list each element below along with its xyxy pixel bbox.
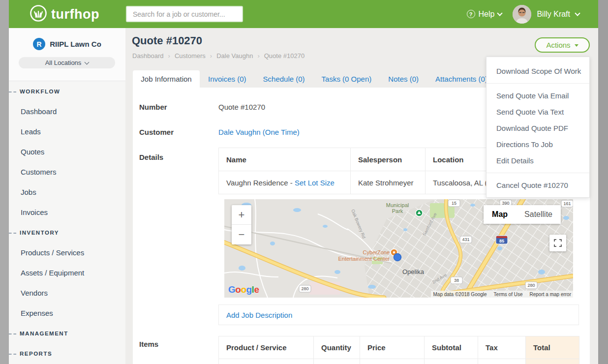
location-selector[interactable]: All Locations xyxy=(19,57,115,68)
tab-schedule[interactable]: Schedule (0) xyxy=(255,70,313,88)
customer-label: Customer xyxy=(139,128,174,136)
company-name: RIIPL Lawn Co xyxy=(50,40,101,48)
user-name: Billy Kraft xyxy=(537,10,570,19)
google-letter: g xyxy=(246,284,252,295)
company: R RIIPL Lawn Co xyxy=(9,38,125,50)
route-shield-38: 38 xyxy=(454,278,459,283)
city-label: Opelika xyxy=(402,268,425,275)
zoom-in-button[interactable]: + xyxy=(232,205,251,225)
details-col-salesperson: Salesperson xyxy=(351,148,426,171)
actions-button[interactable]: Actions xyxy=(535,37,590,53)
items-cell xyxy=(219,359,314,364)
breadcrumb-customer-name[interactable]: Dale Vaughn xyxy=(216,52,253,60)
tab-invoices[interactable]: Invoices (0) xyxy=(200,70,255,88)
sidebar-item-dashboard[interactable]: Dashboard xyxy=(9,101,125,121)
sidebar-item-assets-equipment[interactable]: Assets / Equipment xyxy=(9,263,125,283)
google-letter: e xyxy=(254,284,259,295)
sidebar-item-vendors[interactable]: Vendors xyxy=(9,283,125,303)
chevron-down-icon xyxy=(85,60,90,64)
menu-item-send-quote-via-email[interactable]: Send Quote Via Email xyxy=(486,88,589,104)
help-label: Help xyxy=(479,10,495,19)
sidebar-item-customers[interactable]: Customers xyxy=(9,162,125,182)
route-shield-161: 161 xyxy=(563,201,571,206)
items-cell xyxy=(314,359,360,364)
items-label: Items xyxy=(139,340,158,348)
scrollbar-track[interactable] xyxy=(598,0,608,364)
route-shield-280-east: 280 xyxy=(527,283,535,288)
user-menu[interactable]: Billy Kraft xyxy=(513,5,579,24)
breadcrumb: Dashboard › Customers › Dale Vaughn › Qu… xyxy=(132,52,304,60)
details-salesperson-cell: Kate Strohmeyer xyxy=(351,171,426,194)
sidebar-company-block: R RIIPL Lawn Co All Locations xyxy=(9,28,125,81)
items-cell xyxy=(425,359,478,364)
section-label: WORKFLOW xyxy=(20,89,60,94)
sidebar-item-invoices[interactable]: Invoices xyxy=(9,202,125,222)
menu-item-download-scope-of-work[interactable]: Download Scope Of Work xyxy=(486,63,589,79)
set-lot-size-link[interactable]: Set Lot Size xyxy=(295,179,334,187)
menu-item-send-quote-via-text[interactable]: Send Quote Via Text xyxy=(486,104,589,120)
breadcrumb-customers[interactable]: Customers xyxy=(175,52,206,60)
park-label-line1: Municipal xyxy=(386,202,409,208)
brand-logo[interactable]: turfhop xyxy=(30,4,99,24)
actions-menu: Download Scope Of Work Send Quote Via Em… xyxy=(486,57,590,198)
sidebar-item-quotes[interactable]: Quotes xyxy=(9,142,125,162)
items-col-price: Price xyxy=(360,336,425,359)
google-letter: G xyxy=(228,284,235,295)
search-input[interactable] xyxy=(126,6,243,22)
tab-attachments[interactable]: Attachments (0) xyxy=(427,70,496,88)
location-selector-label: All Locations xyxy=(45,59,82,66)
fullscreen-button[interactable] xyxy=(549,235,566,251)
tab-job-information[interactable]: Job Information xyxy=(133,70,200,88)
menu-item-directions-to-job[interactable]: Directions To Job xyxy=(486,136,589,152)
menu-item-download-quote-pdf[interactable]: Download Quote PDF xyxy=(486,120,589,136)
breadcrumb-dashboard[interactable]: Dashboard xyxy=(132,52,164,60)
park-label-line2: Park xyxy=(392,208,403,214)
sidebar-section-management[interactable]: MANAGEMENT xyxy=(9,323,125,343)
sidebar-item-expenses[interactable]: Expenses xyxy=(9,303,125,323)
sidebar-section-reports[interactable]: REPORTS xyxy=(9,343,125,364)
poi-label-line1: CyberZone xyxy=(363,249,390,255)
terms-of-use-link[interactable]: Terms of Use xyxy=(494,292,523,297)
page-title: Quote #10270 xyxy=(132,34,202,47)
customer-link[interactable]: Dale Vaughn (One Time) xyxy=(218,128,300,136)
map-type-map-button[interactable]: Map xyxy=(484,210,516,219)
breadcrumb-current: Quote #10270 xyxy=(264,52,304,60)
main-content: Quote #10270 Dashboard › Customers › Dal… xyxy=(125,28,598,364)
section-label: REPORTS xyxy=(20,351,52,357)
topbar-right: ? Help Billy Kraft xyxy=(467,0,579,28)
menu-item-cancel-quote[interactable]: Cancel Quote #10270 xyxy=(486,177,589,193)
sidebar-item-products-services[interactable]: Products / Services xyxy=(9,243,125,263)
fullscreen-icon xyxy=(554,239,562,247)
sidebar: R RIIPL Lawn Co All Locations WORKFLOW D… xyxy=(9,28,125,364)
window-edge-left xyxy=(0,0,9,364)
help-menu[interactable]: ? Help xyxy=(467,10,502,19)
report-map-error-link[interactable]: Report a map error xyxy=(530,292,571,297)
brand-name: turfhop xyxy=(51,7,99,22)
location-marker xyxy=(394,254,401,261)
zoom-out-button[interactable]: − xyxy=(232,225,251,244)
sidebar-item-jobs[interactable]: Jobs xyxy=(9,182,125,202)
tab-tasks[interactable]: Tasks (0 Open) xyxy=(313,70,380,88)
details-col-name: Name xyxy=(219,148,351,171)
map-type-satellite-button[interactable]: Satellite xyxy=(516,210,561,219)
sidebar-item-leads[interactable]: Leads xyxy=(9,121,125,142)
items-col-quantity: Quantity xyxy=(314,336,360,359)
caret-down-icon xyxy=(575,44,578,47)
map-widget[interactable]: 15 390 161 431 38 280 280 85 xyxy=(224,199,573,298)
app-window: turfhop ? Help Billy Kraft xyxy=(0,0,608,364)
tab-notes[interactable]: Notes (0) xyxy=(380,70,427,88)
chevron-down-icon xyxy=(497,10,503,16)
items-col-subtotal: Subtotal xyxy=(425,336,478,359)
google-logo: Google xyxy=(228,284,259,295)
google-letter: o xyxy=(235,284,241,295)
actions-button-label: Actions xyxy=(546,41,570,49)
menu-item-edit-details[interactable]: Edit Details xyxy=(486,152,589,169)
add-job-description-link[interactable]: Add Job Description xyxy=(226,311,292,319)
section-dash-icon xyxy=(9,91,16,92)
property-name: Vaughn Residence - xyxy=(226,179,295,187)
menu-divider xyxy=(486,173,589,173)
items-empty-row xyxy=(219,359,579,364)
route-shield-280-west: 280 xyxy=(301,286,308,291)
number-label: Number xyxy=(139,103,167,111)
items-header-row: Product / Service Quantity Price Subtota… xyxy=(219,336,579,359)
